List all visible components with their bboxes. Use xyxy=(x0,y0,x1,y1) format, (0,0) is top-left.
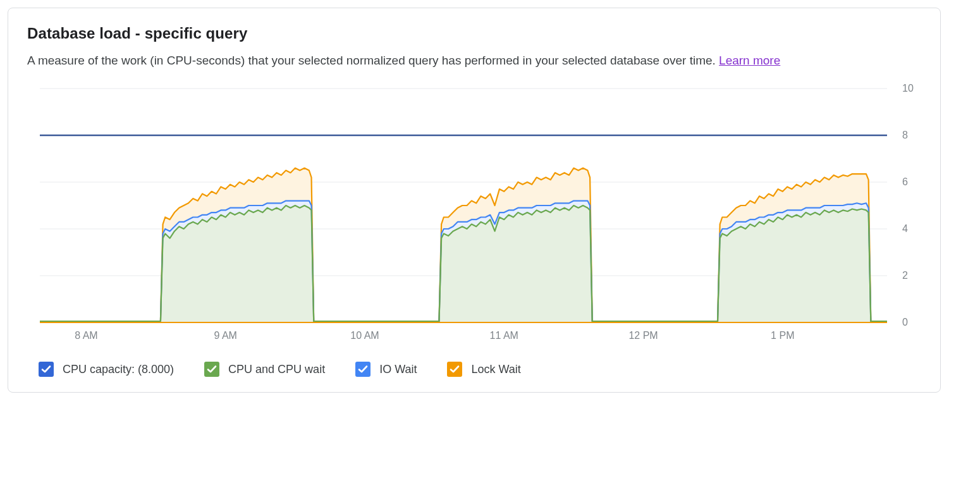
svg-text:8: 8 xyxy=(902,130,908,140)
svg-text:2: 2 xyxy=(902,270,908,281)
svg-text:10: 10 xyxy=(902,83,914,94)
legend-label: Lock Wait xyxy=(471,363,520,376)
chart-card: Database load - specific query A measure… xyxy=(8,8,941,393)
legend-label: IO Wait xyxy=(379,363,417,376)
checkbox-icon xyxy=(447,362,462,377)
checkbox-icon xyxy=(204,362,219,377)
legend-item-io-wait[interactable]: IO Wait xyxy=(355,362,417,377)
svg-text:12 PM: 12 PM xyxy=(628,330,658,341)
chart-area: 02468108 AM9 AM10 AM11 AM12 PM1 PM xyxy=(27,82,921,348)
chart-subtitle-text: A measure of the work (in CPU-seconds) t… xyxy=(27,54,719,67)
chart-title: Database load - specific query xyxy=(27,25,921,42)
legend-label: CPU and CPU wait xyxy=(228,363,325,376)
checkbox-icon xyxy=(39,362,54,377)
legend-label: CPU capacity: (8.000) xyxy=(63,363,174,376)
legend-item-lock-wait[interactable]: Lock Wait xyxy=(447,362,520,377)
database-load-chart: 02468108 AM9 AM10 AM11 AM12 PM1 PM xyxy=(27,82,922,348)
checkbox-icon xyxy=(355,362,371,377)
svg-text:10 AM: 10 AM xyxy=(350,330,379,341)
learn-more-link[interactable]: Learn more xyxy=(719,54,780,67)
svg-text:8 AM: 8 AM xyxy=(75,330,97,341)
legend-item-cpu-capacity[interactable]: CPU capacity: (8.000) xyxy=(39,362,174,377)
legend-item-cpu-wait[interactable]: CPU and CPU wait xyxy=(204,362,325,377)
chart-legend: CPU capacity: (8.000) CPU and CPU wait I… xyxy=(27,362,921,377)
svg-text:6: 6 xyxy=(902,176,908,187)
svg-text:1 PM: 1 PM xyxy=(771,330,794,341)
svg-text:4: 4 xyxy=(902,223,908,234)
svg-text:0: 0 xyxy=(902,317,908,328)
svg-text:9 AM: 9 AM xyxy=(214,330,236,341)
chart-subtitle: A measure of the work (in CPU-seconds) t… xyxy=(27,51,921,70)
svg-text:11 AM: 11 AM xyxy=(490,330,518,341)
